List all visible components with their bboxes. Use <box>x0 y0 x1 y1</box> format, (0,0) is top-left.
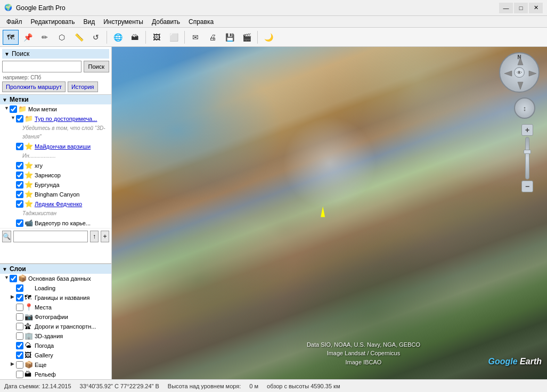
layer-main-db[interactable]: ▼ 📦 Основная база данных <box>0 274 111 283</box>
earth-btn[interactable]: 🌐 <box>110 30 126 45</box>
tree-label-fedchenko[interactable]: Ледник Федченко <box>35 200 110 208</box>
tree-item-my-places[interactable]: ▼ 📁 Мои метки <box>0 104 111 114</box>
layer-terrain[interactable]: 🏔 Рельеф <box>0 370 111 379</box>
tree-item-zarnisor[interactable]: ⭐ Зарнисор <box>0 170 111 180</box>
check-loading[interactable] <box>16 284 23 292</box>
tree-item-maydonchai[interactable]: ⭐ Майдончаи варзиши <box>0 142 111 151</box>
check-weather[interactable] <box>16 342 23 349</box>
refresh-btn[interactable]: ↺ <box>88 30 104 45</box>
nav-down-btn[interactable]: + <box>101 231 109 242</box>
app-icon: 🌍 <box>4 4 13 12</box>
menu-file[interactable]: Файл <box>2 17 27 27</box>
layers-header[interactable]: ▼ Слои <box>0 264 111 274</box>
map-view-btn[interactable]: 🗺 <box>3 30 19 45</box>
sidebar: ▼ Поиск Поиск например: СПб Проложить ма… <box>0 47 112 379</box>
title-bar: 🌍 Google Earth Pro — □ ✕ <box>0 0 547 16</box>
search-panel: ▼ Поиск Поиск например: СПб Проложить ма… <box>0 47 111 95</box>
layer-loading[interactable]: Loading <box>0 283 111 293</box>
terrain-btn[interactable]: 🏔 <box>127 30 143 45</box>
menu-tools[interactable]: Инструменты <box>99 17 148 27</box>
measure-btn[interactable]: 📏 <box>71 30 87 45</box>
check-hgu[interactable] <box>16 162 23 169</box>
record-btn[interactable]: 🎬 <box>239 30 255 45</box>
layer-photos[interactable]: 📷 Фотографии <box>0 312 111 322</box>
tree-label-tour[interactable]: Тур по достопримеча... <box>35 115 110 123</box>
menu-add[interactable]: Добавить <box>148 17 184 27</box>
check-terrain[interactable] <box>16 371 23 378</box>
route-button[interactable]: Проложить маршрут <box>2 81 66 92</box>
layer-gallery[interactable]: 🖼 Gallery <box>0 350 111 360</box>
layer-borders[interactable]: ▶ 🗺 Границы и названия <box>0 293 111 303</box>
menu-view[interactable]: Вид <box>79 17 99 27</box>
layer-label-loading: Loading <box>35 284 110 292</box>
tree-item-fedchenko[interactable]: ⭐ Ледник Федченко <box>0 199 111 209</box>
layer-more[interactable]: ▶ 📦 Еще <box>0 360 111 370</box>
nav-up-btn[interactable]: ↑ <box>90 231 99 242</box>
check-photos[interactable] <box>16 313 23 321</box>
check-roads[interactable] <box>16 323 23 330</box>
save-btn[interactable]: 💾 <box>222 30 238 45</box>
places-search-input[interactable] <box>13 231 88 242</box>
add-polygon-btn[interactable]: ⬡ <box>54 30 70 45</box>
check-main-db[interactable] <box>10 275 17 282</box>
nav-compass[interactable]: N 👁 <box>499 52 542 95</box>
layer-places[interactable]: 📍 Места <box>0 303 111 312</box>
check-my-places[interactable] <box>10 105 17 113</box>
layer-label-borders: Границы и названия <box>35 293 110 302</box>
layers-title: Слои <box>10 265 26 273</box>
check-burgunda[interactable] <box>16 181 23 189</box>
minimize-button[interactable]: — <box>499 3 513 13</box>
tilt-control[interactable]: ↕ <box>514 97 535 119</box>
tree-label-maydonchai[interactable]: Майдончаи варзиши <box>35 142 110 151</box>
tree-item-tour[interactable]: ▼ 📁 Тур по достопримеча... <box>0 114 111 124</box>
map-area[interactable]: N 👁 ↕ + − <box>112 47 547 379</box>
search-header[interactable]: ▼ Поиск <box>2 49 109 59</box>
check-zarnisor[interactable] <box>16 172 23 179</box>
places-header[interactable]: ▼ Метки <box>0 95 111 104</box>
check-tour[interactable] <box>16 115 23 123</box>
map-overlay <box>112 47 547 379</box>
check-maydonchai[interactable] <box>16 143 23 150</box>
tree-item-burgunda[interactable]: ⭐ Бургунда <box>0 180 111 190</box>
sky-btn[interactable]: 🌙 <box>260 30 276 45</box>
menu-edit[interactable]: Редактировать <box>27 17 79 27</box>
google-earth-logo: Google Earth <box>488 357 542 366</box>
email-btn[interactable]: ✉ <box>187 30 203 45</box>
compass-circle[interactable]: N 👁 <box>499 52 540 93</box>
search-places-btn[interactable]: 🔍 <box>2 231 11 242</box>
check-fedchenko[interactable] <box>16 200 23 208</box>
zoom-out-btn[interactable]: − <box>521 181 533 192</box>
check-3d[interactable] <box>16 332 23 340</box>
image-btn[interactable]: 🖼 <box>149 30 165 45</box>
check-more[interactable] <box>16 361 23 369</box>
history-button[interactable]: История <box>68 81 98 92</box>
weather-icon: 🌤 <box>25 341 33 350</box>
check-videotour[interactable] <box>16 219 23 227</box>
tree-item-hgu[interactable]: ⭐ хгу <box>0 161 111 170</box>
search-input[interactable] <box>2 61 81 72</box>
zoom-thumb[interactable] <box>524 150 531 154</box>
attribution-line2: Image Landsat / Copernicus <box>307 349 420 358</box>
search-button[interactable]: Поиск <box>84 61 109 72</box>
add-placemark-btn[interactable]: 📌 <box>20 30 36 45</box>
close-button[interactable]: ✕ <box>529 3 543 13</box>
check-borders[interactable] <box>16 294 23 301</box>
layer-roads[interactable]: 🛣 Дороги и транспортн... <box>0 322 111 331</box>
tree-item-videotour[interactable]: 📹 Видеотур по карье... <box>0 218 111 228</box>
menu-bar: Файл Редактировать Вид Инструменты Добав… <box>0 16 547 28</box>
add-path-btn[interactable]: ✏ <box>37 30 53 45</box>
layer-3d[interactable]: 🏢 3D-здания <box>0 331 111 341</box>
zoom-slider[interactable] <box>525 137 529 179</box>
zoom-in-btn[interactable]: + <box>521 124 533 136</box>
check-gallery[interactable] <box>16 352 23 359</box>
layer-weather[interactable]: 🌤 Погода <box>0 341 111 350</box>
maximize-button[interactable]: □ <box>514 3 528 13</box>
check-places[interactable] <box>16 304 23 311</box>
print-btn[interactable]: 🖨 <box>205 30 221 45</box>
tree-item-bingham[interactable]: ⭐ Bingham Canyon <box>0 190 111 199</box>
frame-btn[interactable]: ⬜ <box>166 30 182 45</box>
menu-help[interactable]: Справка <box>184 17 218 27</box>
check-bingham[interactable] <box>16 191 23 198</box>
places-panel: ▼ Метки ▼ 📁 Мои метки ▼ 📁 Тур по достопр… <box>0 95 111 264</box>
tree-note1: Убедитесь в том, что слой "3D-здания" <box>22 124 110 141</box>
